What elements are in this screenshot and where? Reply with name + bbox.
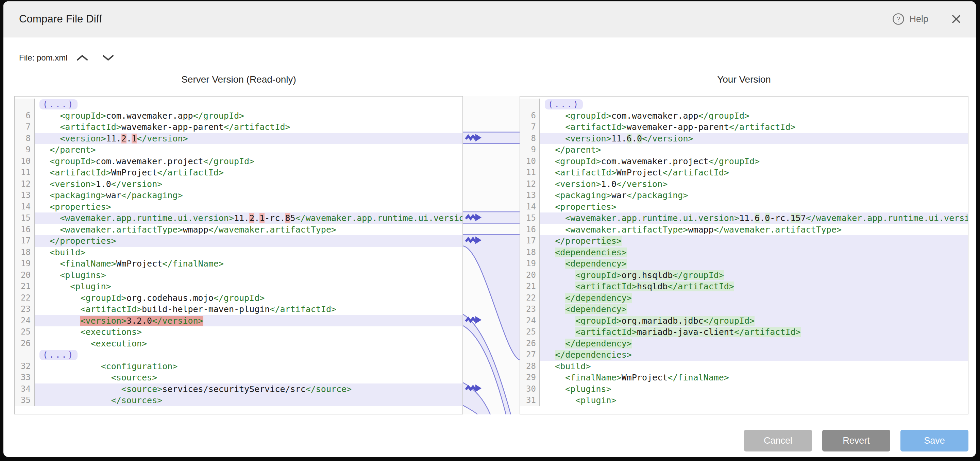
line-number: 31 <box>520 395 540 406</box>
code-line: 11 <artifactId>WmProject</artifactId> <box>15 167 463 178</box>
code-line: 24 <version>3.2.0</version> <box>15 315 463 327</box>
line-number: 10 <box>15 156 35 167</box>
code-line: 19 <finalName>WmProject</finalName> <box>15 258 463 270</box>
code-content: <groupId>com.wavemaker.app</groupId> <box>540 110 968 122</box>
code-content: </dependencies> <box>540 349 968 361</box>
collapsed-region-pill[interactable]: (...) <box>40 350 78 360</box>
code-line: 14 <properties> <box>520 201 968 213</box>
line-number: 10 <box>520 156 540 167</box>
line-number <box>15 349 35 361</box>
line-number: 32 <box>15 361 35 372</box>
code-line: 18 <build> <box>15 247 463 258</box>
line-number: 26 <box>15 338 35 350</box>
line-number: 8 <box>520 133 540 145</box>
line-number: 20 <box>520 270 540 281</box>
code-content: <version>11.6.0</version> <box>540 133 968 145</box>
collapsed-region-pill[interactable]: (...) <box>545 99 583 110</box>
code-content: <artifactId>build-helper-maven-plugin</a… <box>35 304 463 315</box>
collapsed-region-pill[interactable]: (...) <box>40 99 78 110</box>
line-number: 23 <box>15 304 35 315</box>
code-line: 22 <groupId>org.codehaus.mojo</groupId> <box>15 292 463 304</box>
previous-file-button[interactable] <box>71 50 94 65</box>
code-line: 33 <sources> <box>15 372 463 383</box>
code-line: 17 </properties> <box>15 235 463 247</box>
code-content: <properties> <box>35 201 463 213</box>
code-line: 35 </sources> <box>15 395 463 406</box>
code-content: </parent> <box>35 144 463 156</box>
code-line: 14 <properties> <box>15 201 463 213</box>
cancel-button[interactable]: Cancel <box>744 430 812 451</box>
code-content: <artifactId>wavemaker-app-parent</artifa… <box>540 121 968 133</box>
code-content: </properties> <box>540 235 968 247</box>
code-content: <plugins> <box>35 270 463 281</box>
line-number: 11 <box>15 167 35 178</box>
code-line: 7 <artifactId>wavemaker-app-parent</arti… <box>520 121 968 133</box>
line-number: 24 <box>15 315 35 327</box>
code-line: (...) <box>520 99 968 110</box>
code-content: <artifactId>WmProject</artifactId> <box>540 167 968 178</box>
line-number: 19 <box>15 258 35 270</box>
code-content: <plugin> <box>35 281 463 292</box>
code-content: (...) <box>35 99 463 110</box>
left-code-rows: (...)6 <groupId>com.wavemaker.app</group… <box>15 97 463 406</box>
line-number: 25 <box>15 326 35 338</box>
close-icon[interactable] <box>950 13 963 25</box>
code-content: <plugin> <box>540 395 968 406</box>
code-content: <version>1.0</version> <box>540 178 968 190</box>
save-button[interactable]: Save <box>900 430 969 451</box>
compare-file-diff-dialog: Compare File Diff ? Help File: pom.xml S… <box>3 2 976 457</box>
code-content: <dependencies> <box>540 247 968 258</box>
code-line: 6 <groupId>com.wavemaker.app</groupId> <box>520 110 968 122</box>
code-content: <version>11.2.1</version> <box>35 133 463 145</box>
your-version-title: Your Version <box>520 72 969 87</box>
code-content: <packaging>war</packaging> <box>540 190 968 201</box>
code-line: (...) <box>15 349 463 361</box>
code-content: </sources> <box>35 395 463 406</box>
file-selector-row: File: pom.xml <box>19 49 119 67</box>
code-content: <wavemaker.artifactType>wmapp</wavemaker… <box>540 224 968 235</box>
line-number: 34 <box>15 383 35 395</box>
code-content: <artifactId>WmProject</artifactId> <box>35 167 463 178</box>
code-content: <groupId>org.codehaus.mojo</groupId> <box>35 292 463 304</box>
code-content: <finalName>WmProject</finalName> <box>540 372 968 383</box>
code-line: 9 </parent> <box>520 144 968 156</box>
code-line: 20 <plugins> <box>15 270 463 281</box>
code-content: <dependency> <box>540 304 968 315</box>
code-content: <properties> <box>540 201 968 213</box>
code-content: (...) <box>540 99 968 110</box>
chevron-up-icon <box>75 54 89 62</box>
code-line: (...) <box>15 99 463 110</box>
line-number: 9 <box>15 144 35 156</box>
code-line: 24 <groupId>org.mariadb.jdbc</groupId> <box>520 315 968 327</box>
next-file-button[interactable] <box>97 50 119 65</box>
svg-text:?: ? <box>897 15 900 23</box>
revert-button[interactable]: Revert <box>822 430 890 451</box>
code-line: 6 <groupId>com.wavemaker.app</groupId> <box>15 110 463 122</box>
code-line: 10 <groupId>com.wavemaker.project</group… <box>520 156 968 167</box>
line-number: 14 <box>15 201 35 213</box>
help-button[interactable]: ? Help <box>892 13 928 25</box>
line-number: 24 <box>520 315 540 327</box>
line-number: 18 <box>520 247 540 258</box>
code-content: <version>3.2.0</version> <box>35 315 463 327</box>
code-line: 15 <wavemaker.app.runtime.ui.version>11.… <box>15 213 463 224</box>
code-content: <artifactId>mariadb-java-client</artifac… <box>540 326 968 338</box>
code-line: 30 <plugins> <box>520 383 968 395</box>
line-number: 8 <box>15 133 35 145</box>
right-code-rows: (...)6 <groupId>com.wavemaker.app</group… <box>520 97 968 406</box>
line-number: 17 <box>520 235 540 247</box>
line-number: 25 <box>520 326 540 338</box>
code-line: 16 <wavemaker.artifactType>wmapp</wavema… <box>15 224 463 235</box>
help-icon: ? <box>892 13 905 25</box>
diff-connector-gutter <box>463 96 520 415</box>
left-pane[interactable]: (...)6 <groupId>com.wavemaker.app</group… <box>14 96 463 415</box>
code-content: <groupId>org.hsqldb</groupId> <box>540 270 968 281</box>
right-pane[interactable]: (...)6 <groupId>com.wavemaker.app</group… <box>520 96 969 415</box>
code-line: 13 <packaging>war</packaging> <box>520 190 968 201</box>
file-name-label: File: pom.xml <box>19 53 68 62</box>
line-number: 15 <box>520 213 540 224</box>
code-line: 26 <execution> <box>15 338 463 350</box>
code-line: 13 <packaging>war</packaging> <box>15 190 463 201</box>
code-content: <artifactId>hsqldb</artifactId> <box>540 281 968 292</box>
code-content: <source>services/securityService/src</so… <box>35 383 463 395</box>
